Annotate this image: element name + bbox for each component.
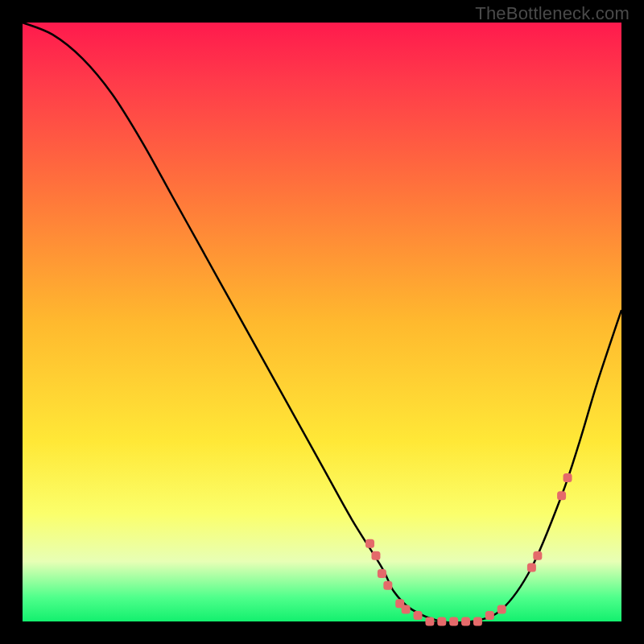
- data-marker: [402, 605, 411, 614]
- data-marker: [371, 551, 380, 560]
- data-marker: [414, 611, 423, 620]
- data-marker: [557, 491, 566, 500]
- data-marker: [378, 569, 386, 578]
- data-marker: [449, 617, 458, 626]
- data-marker: [425, 617, 434, 626]
- data-marker: [365, 539, 374, 548]
- data-marker: [527, 564, 536, 572]
- data-marker: [533, 551, 542, 560]
- data-marker: [485, 611, 494, 620]
- watermark-text: TheBottleneck.com: [475, 3, 630, 24]
- data-marker: [461, 617, 470, 626]
- data-marker: [473, 617, 482, 626]
- chart-svg: [23, 23, 621, 621]
- curve-line: [23, 23, 621, 623]
- data-marker: [383, 581, 392, 590]
- data-marker: [564, 473, 572, 482]
- data-marker: [497, 605, 506, 614]
- data-marker: [437, 617, 446, 626]
